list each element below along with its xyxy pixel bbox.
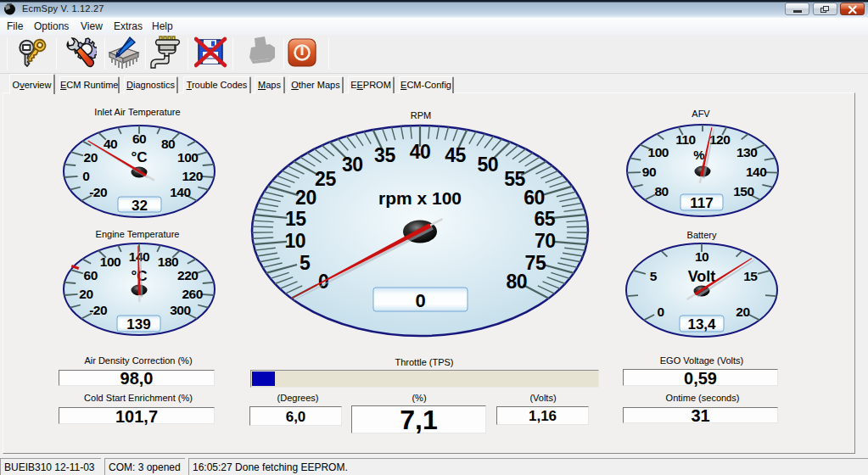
svg-text:5: 5 (650, 269, 658, 283)
svg-text:100: 100 (100, 254, 120, 269)
svg-text:80: 80 (654, 184, 668, 198)
svg-text:rpm x 100: rpm x 100 (378, 188, 462, 208)
svg-text:139: 139 (126, 316, 150, 332)
svg-text:°C: °C (131, 149, 147, 165)
svg-text:50: 50 (478, 154, 499, 176)
svg-text:70: 70 (535, 230, 556, 252)
svg-text:5: 5 (300, 252, 311, 274)
svg-text:100: 100 (648, 145, 669, 159)
svg-text:65: 65 (535, 208, 556, 230)
svg-text:55: 55 (504, 168, 525, 190)
svg-text:60: 60 (84, 268, 98, 282)
svg-text:20: 20 (84, 150, 98, 165)
svg-text:120: 120 (182, 169, 202, 183)
svg-text:15: 15 (743, 269, 758, 283)
svg-text:-20: -20 (89, 303, 107, 317)
svg-text:10: 10 (695, 249, 708, 264)
svg-text:130: 130 (736, 145, 757, 159)
svg-text:90: 90 (642, 165, 656, 179)
svg-text:20: 20 (736, 305, 749, 319)
svg-text:80: 80 (507, 271, 528, 293)
svg-text:220: 220 (177, 268, 198, 282)
svg-text:0: 0 (415, 290, 425, 311)
svg-text:25: 25 (315, 168, 336, 190)
svg-text:60: 60 (524, 187, 545, 209)
svg-text:100: 100 (177, 150, 198, 165)
svg-text:117: 117 (690, 195, 713, 211)
svg-text:140: 140 (746, 165, 766, 179)
svg-text:-20: -20 (89, 185, 107, 199)
svg-text:80: 80 (161, 137, 175, 151)
svg-text:40: 40 (104, 137, 117, 151)
svg-text:75: 75 (525, 252, 546, 274)
svg-text:32: 32 (132, 198, 148, 214)
svg-text:20: 20 (295, 187, 316, 209)
svg-text:0: 0 (658, 305, 664, 319)
svg-text:110: 110 (675, 132, 696, 147)
svg-text:60: 60 (132, 131, 146, 146)
svg-text:Volt: Volt (688, 268, 716, 285)
svg-text:45: 45 (445, 144, 466, 166)
svg-text:260: 260 (182, 287, 202, 301)
svg-text:180: 180 (158, 254, 178, 269)
svg-text:30: 30 (342, 154, 363, 176)
svg-text:140: 140 (170, 185, 190, 199)
svg-text:13,4: 13,4 (687, 316, 716, 332)
svg-text:35: 35 (374, 144, 395, 166)
svg-text:0: 0 (82, 169, 89, 183)
svg-text:150: 150 (733, 184, 753, 198)
svg-text:20: 20 (79, 287, 92, 301)
svg-text:40: 40 (410, 141, 431, 163)
svg-text:10: 10 (285, 230, 306, 252)
svg-text:%: % (693, 148, 704, 162)
svg-text:300: 300 (170, 303, 190, 317)
svg-text:15: 15 (285, 208, 306, 230)
